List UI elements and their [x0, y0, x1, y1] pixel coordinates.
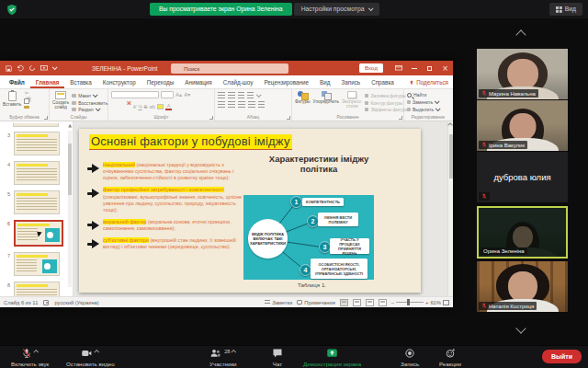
font-name-select[interactable]: [111, 91, 159, 98]
reactions-button[interactable]: Реакции: [439, 348, 461, 367]
shapes-button[interactable]: Фигуры: [295, 91, 311, 104]
zoom-slider[interactable]: [396, 302, 424, 303]
maximize-button[interactable]: [422, 61, 437, 75]
bold-button[interactable]: Ж: [111, 100, 131, 107]
slide-thumbnail-partial[interactable]: [13, 123, 59, 127]
indent-increase-icon[interactable]: [247, 92, 254, 98]
thumbnail-scroll-up-icon[interactable]: ▲: [68, 123, 72, 128]
dialog-launcher-icon[interactable]: [209, 116, 213, 120]
section-button[interactable]: Раздел: [72, 107, 107, 112]
tab-slideshow[interactable]: Слайд-шоу: [218, 79, 259, 88]
thumbnail-scrollbar[interactable]: [68, 131, 72, 287]
video-tile-oryna-active-speaker[interactable]: Орина Зеленіна: [477, 206, 568, 259]
new-slide-button[interactable]: Создать слайд: [52, 91, 69, 110]
font-color-button[interactable]: А: [165, 104, 172, 109]
reading-view-button[interactable]: [366, 299, 374, 306]
notes-button[interactable]: Заметки: [265, 300, 292, 305]
align-center-icon[interactable]: [228, 101, 235, 108]
increase-font-icon[interactable]: А▴: [175, 92, 182, 98]
zoom-percent[interactable]: 61%: [430, 300, 441, 305]
text-shadow-button[interactable]: ab: [149, 104, 155, 109]
slide-canvas[interactable]: Основні фактори у побудові іміджу Націон…: [79, 129, 421, 293]
align-right-icon[interactable]: [238, 101, 245, 108]
reset-button[interactable]: Восстановить: [72, 100, 107, 106]
video-options-chevron[interactable]: [95, 350, 100, 355]
cut-icon[interactable]: ✂: [25, 91, 29, 97]
tab-record[interactable]: Запись: [335, 79, 366, 88]
tab-animations[interactable]: Анимация: [179, 79, 218, 88]
slide-thumbnail-6-selected[interactable]: 6: [4, 220, 73, 247]
participants-button[interactable]: 28 Участники: [209, 348, 237, 367]
shape-effects-button[interactable]: Эффекты фигуры: [365, 107, 409, 112]
participants-options-chevron[interactable]: [232, 350, 237, 355]
slide-thumbnail-3[interactable]: 3: [4, 132, 73, 155]
layout-button[interactable]: Макет: [72, 93, 107, 98]
tab-home[interactable]: Главная: [30, 79, 65, 88]
numbering-icon[interactable]: [228, 92, 235, 98]
slide-thumbnail-5[interactable]: 5: [4, 190, 73, 214]
select-button[interactable]: Выделить: [407, 107, 439, 112]
audio-options-chevron[interactable]: [34, 350, 40, 355]
paste-button[interactable]: Вставить: [3, 91, 21, 107]
dialog-launcher-icon[interactable]: [44, 116, 48, 120]
editor-scrollbar[interactable]: [447, 121, 453, 296]
dialog-launcher-icon[interactable]: [287, 116, 290, 120]
zoom-in-button[interactable]: +: [425, 300, 428, 305]
video-tile-marina[interactable]: Марина Навальна: [477, 49, 568, 99]
close-button[interactable]: ×: [437, 61, 453, 75]
underline-button[interactable]: Ч: [138, 104, 141, 109]
tab-help[interactable]: Справка: [366, 79, 400, 88]
undo-icon[interactable]: [17, 64, 24, 72]
copy-icon[interactable]: [24, 98, 29, 104]
find-button[interactable]: Найти: [407, 92, 426, 98]
format-painter-icon[interactable]: [24, 106, 29, 109]
fit-to-window-icon[interactable]: [443, 300, 449, 305]
language-indicator[interactable]: русский (Украина): [54, 300, 98, 305]
minimize-button[interactable]: [406, 61, 422, 75]
scroll-videos-down-chevron[interactable]: [515, 323, 526, 333]
align-left-icon[interactable]: [218, 101, 225, 108]
record-button[interactable]: Запись: [401, 348, 419, 367]
stop-video-button[interactable]: Остановить видео: [66, 348, 115, 367]
strikethrough-button[interactable]: S: [143, 104, 147, 109]
view-menu-button[interactable]: Вид: [549, 3, 582, 16]
replace-button[interactable]: Заменить: [407, 99, 438, 105]
start-slideshow-icon[interactable]: [40, 65, 48, 72]
slide-thumbnail-8[interactable]: 8: [4, 282, 73, 296]
leave-meeting-button[interactable]: Выйти: [542, 350, 582, 363]
tab-transitions[interactable]: Переходы: [141, 79, 180, 88]
shape-outline-button[interactable]: Контур фигуры: [365, 100, 409, 106]
comments-button[interactable]: Примечания: [297, 300, 334, 305]
share-screen-button[interactable]: Демонстрация экрана: [303, 348, 361, 367]
qat-customize-chevron[interactable]: [52, 64, 58, 70]
chat-button[interactable]: Чат: [272, 348, 283, 367]
bullets-icon[interactable]: [218, 92, 225, 98]
indent-decrease-icon[interactable]: [238, 92, 244, 98]
columns-icon[interactable]: [258, 101, 265, 108]
share-button[interactable]: Поделиться: [409, 79, 448, 86]
security-shield-icon[interactable]: [6, 3, 17, 19]
slide-sorter-view-button[interactable]: [353, 299, 361, 306]
view-options-button[interactable]: Настройки просмотра: [294, 3, 379, 16]
video-tile-dubrova[interactable]: дуброва юлия: [477, 152, 568, 202]
ribbon-display-options-button[interactable]: [390, 61, 406, 75]
accessibility-checker-icon[interactable]: [43, 300, 49, 305]
slide-thumbnail-4[interactable]: 4: [4, 161, 73, 185]
italic-button[interactable]: К: [133, 104, 137, 109]
normal-view-button[interactable]: [340, 299, 348, 306]
search-input[interactable]: [171, 63, 288, 74]
sign-in-button[interactable]: Вход: [359, 63, 383, 73]
shape-fill-button[interactable]: Заливка фигуры: [365, 93, 409, 98]
scroll-videos-up-chevron[interactable]: [515, 29, 526, 40]
save-icon[interactable]: [6, 65, 12, 72]
arrange-button[interactable]: Упорядочить: [313, 91, 340, 104]
slide-thumbnail-7[interactable]: 7: [4, 252, 73, 276]
quick-styles-button[interactable]: Экспресс-стили: [342, 91, 362, 109]
font-size-select[interactable]: [161, 91, 174, 98]
tab-view[interactable]: Вид: [314, 79, 335, 88]
justify-icon[interactable]: [248, 101, 255, 108]
slideshow-view-button[interactable]: [379, 299, 387, 306]
video-tile-nataliya[interactable]: Наталія Костриця: [477, 261, 568, 312]
tab-design[interactable]: Конструктор: [97, 79, 141, 88]
video-tile-iryna[interactable]: Ірина Вакулик: [477, 100, 568, 151]
